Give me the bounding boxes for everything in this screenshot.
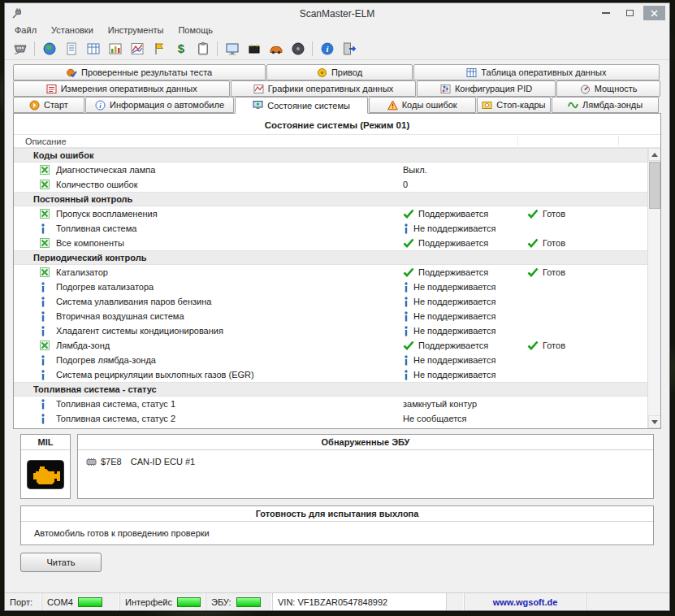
status-row[interactable]: Система улавливания паров бензинаНе подд… <box>14 294 647 309</box>
status-row[interactable]: КатализаторПоддерживаетсяГотов <box>14 265 647 280</box>
tab-drive[interactable]: Привод <box>266 64 413 80</box>
status-row[interactable]: Топливная система, статус 2Не сообщается <box>14 411 647 426</box>
column-header[interactable]: Описание <box>14 134 660 148</box>
status-row[interactable]: Количество ошибок0 <box>14 177 647 192</box>
ecu-led <box>236 597 261 607</box>
pid-config-icon <box>440 84 451 94</box>
test-results-icon <box>67 67 77 78</box>
status-row[interactable]: Пропуск воспламененияПоддерживаетсяГотов <box>14 206 647 221</box>
check-engine-icon <box>27 460 64 489</box>
status-row[interactable]: Хладагент системы кондиционированияНе по… <box>14 323 647 338</box>
tab-trouble-codes[interactable]: Коды ошибок <box>369 97 476 113</box>
tab-pid-config[interactable]: Конфигурация PID <box>417 80 556 97</box>
status-description: Количество ошибок <box>56 180 403 189</box>
ecu-entry[interactable]: $7E8 CAN-ID ECU #1 <box>78 450 653 466</box>
readiness-value: Готов <box>527 209 647 219</box>
vertical-scrollbar[interactable] <box>647 148 660 428</box>
status-row[interactable]: Вторичная воздушная системаНе поддержива… <box>14 309 647 323</box>
status-description: Пропуск воспламенения <box>56 209 403 219</box>
report-icon[interactable] <box>61 39 81 58</box>
tab-live-graphs[interactable]: Графики оперативных данных <box>231 80 415 97</box>
status-bar: Порт: COM4 Интерфейс ЭБУ: VIN: VF1BZAR05… <box>5 592 669 610</box>
tab-start[interactable]: Старт <box>13 97 84 113</box>
globe-icon[interactable] <box>39 39 59 58</box>
tab-label: Конфигурация PID <box>455 84 532 93</box>
status-row[interactable]: Подогрев катализатораНе поддерживается <box>14 280 647 294</box>
menu-tools[interactable]: Инструменты <box>108 25 164 35</box>
clipboard-icon[interactable] <box>193 39 213 58</box>
wgsoft-link[interactable]: www.wgsoft.de <box>465 593 586 610</box>
status-row[interactable]: Топливная системаНе поддерживается <box>14 221 647 236</box>
ecu-icon <box>86 458 97 466</box>
tab-system-status[interactable]: Состояние системы <box>235 97 368 114</box>
tab-vehicle-info[interactable]: i Информация о автомобиле <box>85 97 235 113</box>
status-row[interactable]: Подогрев лямбда-зондаНе поддерживается <box>14 353 647 367</box>
close-button[interactable] <box>643 6 665 20</box>
status-row[interactable]: Все компонентыПоддерживаетсяГотов <box>14 236 647 250</box>
menu-settings[interactable]: Установки <box>51 25 93 35</box>
detected-ecu-box: Обнаруженные ЭБУ $7E8 CAN-ID ECU #1 <box>77 434 654 499</box>
flag-icon[interactable] <box>149 39 169 58</box>
menu-file[interactable]: Файл <box>15 25 37 35</box>
toolbar-separator <box>312 41 313 56</box>
minimize-button[interactable] <box>595 6 617 20</box>
graph-icon[interactable] <box>127 39 147 58</box>
tab-live-measurements[interactable]: Измерения оперативных данных <box>13 80 230 97</box>
supported-icon <box>40 209 56 219</box>
info-icon <box>40 355 56 366</box>
lower-panels: MIL Обнаруженные ЭБУ $7E8 CAN-ID ECU #1 <box>20 434 654 499</box>
toolbar: $ i <box>5 38 669 60</box>
status-value: Не поддерживается <box>403 297 527 307</box>
info-icon <box>403 355 409 366</box>
supported-icon <box>40 180 56 189</box>
statusbar-filler <box>586 593 669 610</box>
chart-table-icon[interactable] <box>105 39 125 58</box>
title-bar[interactable]: ScanMaster-ELM <box>5 3 669 24</box>
readiness-text: Готов <box>543 209 565 219</box>
panel-title: Состояние системы (Режим 01) <box>14 114 660 134</box>
maximize-button[interactable] <box>619 6 641 20</box>
readiness-message: Автомобиль готов к проведению проверки <box>21 522 653 544</box>
status-row[interactable]: Диагностическая лампаВыкл. <box>14 163 647 177</box>
tab-label: Проверенные результаты теста <box>81 67 212 77</box>
monitor-icon[interactable] <box>222 39 242 58</box>
vin-value: VIN: VF1BZAR0547848992 <box>278 597 387 607</box>
status-text: Не поддерживается <box>413 282 496 292</box>
tab-live-data-table[interactable]: Таблица оперативных данных <box>413 64 660 80</box>
tab-label: Графики оперативных данных <box>268 84 394 93</box>
status-table-body: Коды ошибокДиагностическая лампаВыкл.Кол… <box>14 148 647 426</box>
disc-icon[interactable] <box>288 39 308 58</box>
vehicle-icon[interactable] <box>266 39 286 58</box>
warning-icon <box>387 100 398 111</box>
scroll-up-button[interactable] <box>648 148 661 161</box>
status-text: Поддерживается <box>418 341 488 350</box>
column-separator <box>618 137 619 145</box>
status-row[interactable]: Лямбда-зондПоддерживаетсяГотов <box>14 338 647 353</box>
currency-icon[interactable]: $ <box>171 39 191 58</box>
exit-icon[interactable] <box>339 39 359 58</box>
data-table-icon[interactable] <box>83 39 103 58</box>
battery-icon[interactable] <box>244 39 264 58</box>
scroll-thumb[interactable] <box>649 162 660 209</box>
tab-lambda-sensors[interactable]: Лямбда-зонды <box>552 97 659 113</box>
tab-row-3: Старт i Информация о автомобиле Состояни… <box>13 97 661 113</box>
readiness-value: Готов <box>527 267 647 277</box>
scroll-down-button[interactable] <box>648 415 661 428</box>
obd-connector-icon[interactable] <box>10 39 30 58</box>
menu-help[interactable]: Помощь <box>178 25 213 35</box>
tab-label: Лямбда-зонды <box>582 100 643 110</box>
tab-test-results[interactable]: Проверенные результаты теста <box>13 64 266 80</box>
read-button[interactable]: Читать <box>20 553 102 572</box>
info-icon[interactable]: i <box>317 39 337 58</box>
status-value: Поддерживается <box>403 238 527 248</box>
desktop: { "window": { "title": "ScanMaster-ELM" … <box>0 0 675 616</box>
tab-power[interactable]: Мощность <box>556 80 660 97</box>
status-text: Поддерживается <box>418 267 488 277</box>
port-label: Порт: <box>5 593 42 610</box>
status-text: Выкл. <box>403 165 427 175</box>
status-row[interactable]: Топливная система, статус 1замкнутый кон… <box>14 397 647 411</box>
status-row[interactable]: Система рециркуляции выхлопных газов (EG… <box>14 367 647 382</box>
tab-freeze-frames[interactable]: Стоп-кадры <box>477 97 552 113</box>
status-description: Топливная система, статус 1 <box>56 399 403 409</box>
minimize-icon <box>602 12 610 14</box>
